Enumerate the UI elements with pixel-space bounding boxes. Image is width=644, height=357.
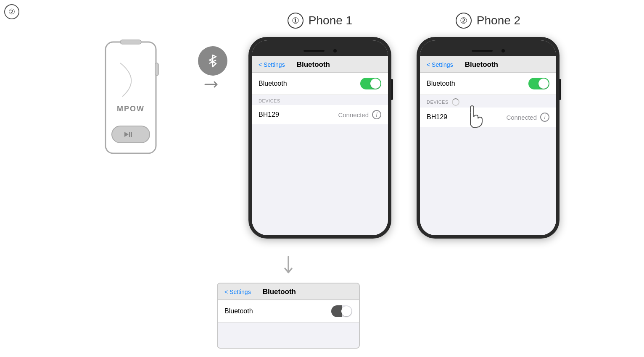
phone2-empty-space (420, 127, 556, 235)
bluetooth-circle (198, 46, 227, 76)
phone1-device-row: BH129 Connected i (252, 105, 388, 124)
phone1-empty-space (252, 124, 388, 235)
main-layout: MPOW (0, 0, 644, 357)
bottom-content: < Settings Bluetooth Bluetooth (217, 256, 360, 349)
phone1-title: Phone 1 (309, 14, 352, 27)
phone1-camera (333, 49, 337, 52)
svg-rect-2 (155, 63, 158, 76)
phone1-notch-area (252, 40, 388, 56)
phone1-number-badge: ① (288, 13, 304, 29)
phone-bottom-bt-toggle[interactable] (331, 305, 352, 317)
phone1-connected-text: Connected (338, 111, 369, 118)
phone1-mockup: < Settings Bluetooth Bluetooth DEVICES B (248, 37, 391, 239)
phone2-info-button[interactable]: i (540, 113, 549, 122)
phone2-camera (501, 49, 505, 52)
phone2-bt-header: < Settings Bluetooth (420, 56, 556, 72)
svg-rect-6 (129, 132, 130, 137)
phone-bottom-back[interactable]: < Settings (224, 289, 251, 295)
phone2-bt-title: Bluetooth (465, 60, 498, 69)
phone2-connected-text: Connected (506, 114, 537, 121)
phone1-bt-header: < Settings Bluetooth (252, 56, 388, 72)
loading-spinner (452, 98, 459, 106)
phone2-label: ② Phone 2 (456, 13, 520, 29)
phone2-notch (463, 45, 513, 56)
phone1-screen: < Settings Bluetooth Bluetooth DEVICES B (252, 40, 388, 235)
phone2-screen: < Settings Bluetooth Bluetooth DEVICES (420, 40, 556, 235)
phone1-device-info: Connected i (338, 110, 381, 119)
bottom-section: < Settings Bluetooth Bluetooth (0, 256, 610, 357)
device-section: MPOW (72, 38, 190, 158)
phone2-bt-row: Bluetooth (420, 73, 556, 95)
phone-bottom-title: Bluetooth (263, 288, 296, 296)
phone1-device-name: BH129 (259, 111, 279, 118)
phone1-bt-title: Bluetooth (297, 60, 330, 69)
phone2-device-info: Connected i (506, 113, 549, 122)
phone2-back-button[interactable]: < Settings (427, 61, 453, 68)
phone-bottom-bt-row: Bluetooth (218, 300, 359, 323)
phone2-bt-toggle[interactable] (528, 78, 549, 89)
phone1-info-button[interactable]: i (372, 110, 381, 119)
phone2-notch-area (420, 40, 556, 56)
phone2-number-badge: ② (456, 13, 472, 29)
top-row: MPOW (0, 0, 644, 256)
bluetooth-icon-section (198, 46, 227, 92)
phone2-speaker (472, 50, 493, 52)
phone2-title: Phone 2 (477, 14, 520, 27)
phone1-section: ① Phone 1 < Settings Bluetooth (248, 13, 391, 239)
phone-bottom-screen: < Settings Bluetooth Bluetooth (217, 283, 360, 349)
phone1-devices-label: DEVICES (259, 98, 280, 103)
phone-bottom-header: < Settings Bluetooth (218, 284, 359, 300)
phone1-label: ① Phone 1 (288, 13, 352, 29)
down-arrow-icon (282, 256, 295, 278)
phone-bottom-empty (218, 323, 359, 348)
bluetooth-icon (205, 53, 220, 68)
svg-rect-7 (131, 132, 132, 137)
phone1-bt-label: Bluetooth (259, 80, 287, 87)
svg-rect-1 (120, 40, 141, 44)
phone2-device-name: BH129 (427, 113, 447, 121)
phone1-bt-row: Bluetooth (252, 73, 388, 95)
phone2-bt-label: Bluetooth (427, 80, 455, 87)
phone2-device-row: BH129 Connected i (420, 108, 556, 127)
device-illustration: MPOW (97, 38, 164, 158)
phone1-back-button[interactable]: < Settings (259, 61, 285, 68)
phone2-section: ② Phone 2 < Settings Bluetooth (417, 13, 560, 239)
phone2-mockup: < Settings Bluetooth Bluetooth DEVICES (417, 37, 560, 239)
phone2-devices-section: DEVICES (420, 95, 556, 108)
phone-bottom-bt-label: Bluetooth (224, 307, 253, 315)
phone1-speaker (304, 50, 325, 52)
phone1-notch (295, 45, 345, 56)
svg-text:MPOW: MPOW (117, 105, 145, 113)
arrow-right-icon (204, 79, 221, 92)
phone1-devices-section: DEVICES (252, 95, 388, 105)
phone2-devices-label: DEVICES (427, 100, 449, 105)
phone1-bt-toggle[interactable] (360, 78, 381, 89)
